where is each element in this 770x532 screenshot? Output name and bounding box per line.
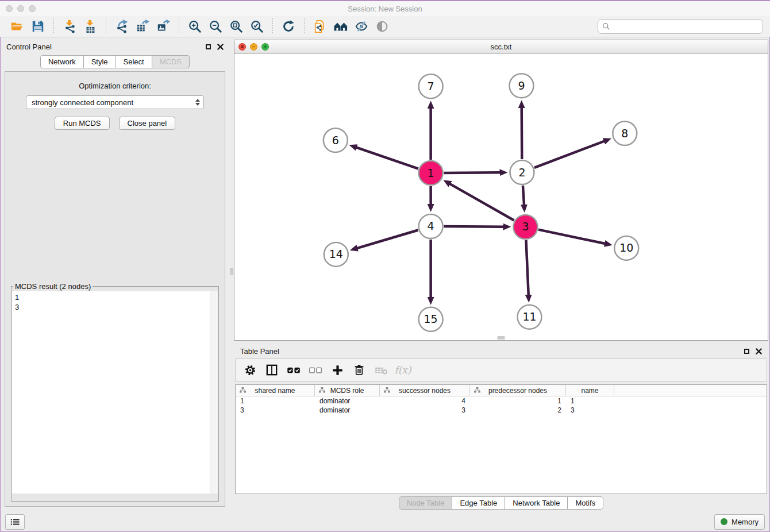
node-1[interactable]: 1 [419, 161, 443, 185]
splitter-handle[interactable] [230, 268, 233, 275]
run-mcds-button[interactable]: Run MCDS [55, 117, 110, 130]
column-header-shared-name[interactable]: shared name [236, 385, 315, 396]
add-row-button[interactable] [326, 360, 348, 380]
show-panel-button[interactable] [374, 18, 391, 34]
show-panel-icon [375, 20, 389, 33]
mcds-result-box: MCDS result (2 nodes) 13 [11, 282, 219, 502]
network-graph[interactable]: 1234678910111415 [234, 54, 768, 340]
table-toolbar: f(x) [235, 358, 767, 381]
add-row-icon [332, 365, 343, 376]
edge-4-14[interactable] [356, 230, 418, 248]
close-table-panel-icon[interactable] [756, 348, 762, 354]
tab-select[interactable]: Select [116, 55, 152, 68]
node-label: 15 [424, 313, 438, 325]
edge-2-8[interactable] [534, 141, 605, 168]
column-header-successor-nodes[interactable]: successor nodes [380, 385, 470, 396]
canvas-resize-handle[interactable] [498, 336, 505, 340]
table-row[interactable]: 3dominator323 [236, 406, 767, 415]
task-history-button[interactable] [5, 514, 25, 530]
node-10[interactable]: 10 [614, 236, 638, 260]
search-input[interactable] [613, 22, 759, 32]
search-box[interactable] [598, 19, 763, 34]
export-network-button[interactable] [113, 18, 130, 34]
node-6[interactable]: 6 [324, 128, 348, 152]
table-tab-edge-table[interactable]: Edge Table [452, 496, 505, 510]
vertical-splitter[interactable] [230, 37, 234, 511]
network-canvas[interactable]: 1234678910111415 [234, 54, 768, 340]
zoom-in-button[interactable] [186, 18, 203, 34]
tab-style[interactable]: Style [83, 55, 116, 68]
export-network-icon [115, 20, 129, 33]
select-all-button[interactable] [283, 360, 305, 380]
node-14[interactable]: 14 [324, 242, 348, 267]
column-header-MCDS-role[interactable]: MCDS role [315, 385, 380, 396]
deselect-all-button[interactable] [305, 360, 326, 380]
table-tab-motifs[interactable]: Motifs [567, 496, 603, 510]
edge-4-3[interactable] [444, 226, 505, 227]
float-panel-icon[interactable] [206, 44, 211, 49]
close-panel-button[interactable]: Close panel [119, 117, 176, 130]
deselect-all-icon [309, 366, 323, 375]
table-panel: Table Panel f(x) shared nameMCDS rolesuc… [234, 344, 768, 511]
columns-button[interactable] [261, 360, 283, 380]
node-8[interactable]: 8 [613, 121, 637, 145]
zoom-selected-button[interactable] [248, 18, 265, 34]
network-close-button[interactable]: × [238, 43, 246, 51]
column-header-predecessor-nodes[interactable]: predecessor nodes [470, 385, 566, 396]
network-minimize-button[interactable]: − [250, 43, 257, 51]
attribute-icon [240, 387, 246, 394]
column-label: MCDS role [330, 387, 364, 395]
edge-1-6[interactable] [356, 147, 418, 168]
window-controls [6, 5, 36, 12]
node-11[interactable]: 11 [517, 305, 541, 329]
column-header-name[interactable]: name [566, 385, 614, 396]
control-panel-header: Control Panel [0, 40, 230, 53]
import-table-button[interactable] [82, 18, 99, 34]
zoom-window-button[interactable] [29, 5, 36, 12]
table-cell: 3 [380, 406, 470, 414]
network-zoom-button[interactable]: + [261, 43, 269, 51]
table-tab-node-table[interactable]: Node Table [399, 496, 453, 510]
export-image-button[interactable] [155, 18, 172, 34]
table-tab-network-table[interactable]: Network Table [505, 496, 568, 510]
close-window-button[interactable] [6, 5, 13, 12]
edge-3-11[interactable] [526, 240, 528, 296]
result-scrollbar[interactable] [210, 291, 218, 494]
edge-2-3[interactable] [523, 186, 524, 206]
settings-button[interactable] [239, 360, 261, 380]
attribute-icon [474, 387, 480, 394]
zoom-out-button[interactable] [207, 18, 224, 34]
optimization-criterion-select[interactable]: strongly connected component [26, 95, 204, 109]
zoom-fit-button[interactable] [228, 18, 245, 34]
import-network-button[interactable] [61, 18, 78, 34]
edge-2-9[interactable] [522, 107, 522, 159]
refresh-button[interactable] [280, 18, 297, 34]
node-15[interactable]: 15 [419, 307, 443, 331]
mcds-result-area[interactable]: 13 [12, 291, 218, 494]
node-9[interactable]: 9 [509, 74, 533, 98]
hide-panel-button[interactable] [353, 18, 370, 34]
node-3[interactable]: 3 [513, 215, 537, 239]
close-panel-icon[interactable] [217, 44, 224, 50]
delete-row-button[interactable] [348, 360, 370, 380]
annotation-button[interactable] [311, 18, 329, 34]
open-session-button[interactable] [9, 18, 26, 34]
save-session-button[interactable] [29, 18, 47, 34]
edge-1-2[interactable] [444, 172, 501, 173]
delete-row-icon [354, 364, 364, 376]
zoom-in-icon [188, 20, 202, 33]
home-button[interactable] [332, 18, 349, 34]
node-2[interactable]: 2 [510, 160, 534, 184]
edge-3-1[interactable] [449, 183, 514, 220]
node-4[interactable]: 4 [419, 214, 443, 238]
minimize-window-button[interactable] [17, 5, 24, 12]
tab-network[interactable]: Network [40, 55, 84, 68]
export-table-button[interactable] [134, 18, 151, 34]
node-7[interactable]: 7 [419, 74, 443, 98]
table-row[interactable]: 1dominator411 [236, 396, 767, 406]
float-table-panel-icon[interactable] [744, 349, 749, 354]
memory-button[interactable]: Memory [714, 514, 765, 530]
tab-mcds[interactable]: MCDS [152, 55, 190, 68]
edge-3-10[interactable] [538, 230, 606, 244]
table-cell: 3 [566, 406, 614, 414]
